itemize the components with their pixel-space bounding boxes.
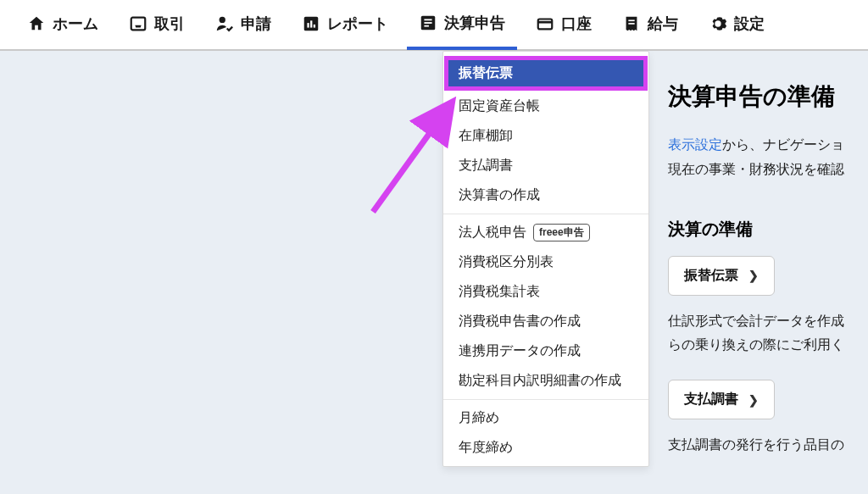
receipt-icon — [622, 14, 641, 33]
transfer-slip-button[interactable]: 振替伝票 ❯ — [668, 256, 775, 296]
dropdown-label: 勘定科目内訳明細書の作成 — [459, 372, 621, 390]
dropdown-label: 連携用データの作成 — [459, 342, 581, 360]
svg-rect-4 — [310, 20, 312, 27]
nav-label: 口座 — [561, 14, 592, 34]
button-desc: らの乗り換えの際にご利用く — [668, 333, 868, 358]
dropdown-label: 振替伝票 — [459, 64, 513, 82]
dropdown-item-closing-docs[interactable]: 決算書の作成 — [443, 180, 648, 210]
nav-label: ホーム — [53, 14, 98, 34]
dropdown-label: 在庫棚卸 — [459, 127, 513, 145]
button-label: 支払調書 — [684, 391, 738, 408]
nav-transactions[interactable]: 取引 — [117, 0, 197, 50]
dropdown-item-year-close[interactable]: 年度締め — [443, 433, 648, 463]
nav-label: 申請 — [241, 14, 271, 34]
dropdown-item-export-data[interactable]: 連携用データの作成 — [443, 336, 648, 366]
card-icon — [536, 14, 554, 33]
page-title: 決算申告の準備 — [668, 80, 868, 113]
dropdown-section: 振替伝票 固定資産台帳 在庫棚卸 支払調書 決算書の作成 — [443, 52, 648, 214]
nav-label: 決算申告 — [444, 13, 505, 33]
dropdown-item-tax-filing[interactable]: 消費税申告書の作成 — [443, 307, 648, 336]
dropdown-label: 月締め — [459, 409, 499, 427]
dropdown-item-payment-report[interactable]: 支払調書 — [443, 151, 648, 180]
dropdown-item-tax-class[interactable]: 消費税区分別表 — [443, 247, 648, 277]
intro-text-2: 現在の事業・財務状況を確認 — [668, 158, 868, 182]
dropdown-item-inventory[interactable]: 在庫棚卸 — [443, 121, 648, 151]
nav-label: 給与 — [648, 14, 678, 34]
dropdown-section: 月締め 年度締め — [443, 399, 648, 466]
button-label: 振替伝票 — [684, 267, 738, 285]
dropdown-item-transfer-slip[interactable]: 振替伝票 — [447, 58, 645, 88]
svg-rect-9 — [424, 25, 429, 27]
nav-label: 取引 — [154, 14, 185, 34]
button-desc: 支払調書の発行を行う品目の — [668, 433, 868, 458]
svg-rect-12 — [628, 23, 634, 25]
dropdown-label: 決算書の作成 — [459, 186, 540, 204]
svg-rect-8 — [424, 22, 431, 24]
dropdown-item-corporate-tax[interactable]: 法人税申告 freee申告 — [443, 218, 648, 247]
svg-rect-10 — [538, 19, 553, 29]
gear-icon — [709, 14, 727, 33]
payment-report-button[interactable]: 支払調書 ❯ — [668, 380, 775, 419]
freee-badge: freee申告 — [533, 224, 590, 241]
chevron-right-icon: ❯ — [748, 269, 759, 282]
intro-text: 表示設定から、ナビゲーショ — [668, 133, 868, 158]
nav-payroll[interactable]: 給与 — [610, 0, 690, 50]
dropdown-label: 支払調書 — [459, 157, 513, 175]
button-desc: 仕訳形式で会計データを作成 — [668, 309, 868, 334]
dropdown-item-account-detail[interactable]: 勘定科目内訳明細書の作成 — [443, 366, 648, 396]
svg-rect-11 — [628, 19, 634, 21]
dropdown-label: 法人税申告 — [459, 224, 526, 241]
nav-accounts[interactable]: 口座 — [524, 0, 604, 50]
dropdown-item-month-close[interactable]: 月締め — [443, 403, 648, 433]
main-nav: ホーム 取引 申請 レポート 決算申告 口座 給与 — [0, 0, 868, 51]
dropdown-label: 年度締め — [459, 439, 513, 457]
dropdown-item-tax-summary[interactable]: 消費税集計表 — [443, 277, 648, 307]
svg-rect-3 — [307, 23, 309, 28]
dropdown-label: 消費税申告書の作成 — [459, 313, 581, 330]
tray-icon — [129, 14, 147, 33]
section-heading: 決算の準備 — [668, 218, 868, 241]
dropdown-label: 消費税区分別表 — [459, 253, 554, 271]
display-settings-link[interactable]: 表示設定 — [668, 137, 722, 152]
nav-label: レポート — [327, 14, 388, 34]
dropdown-section: 法人税申告 freee申告 消費税区分別表 消費税集計表 消費税申告書の作成 連… — [443, 214, 648, 399]
home-icon — [27, 14, 46, 33]
svg-rect-0 — [131, 17, 146, 30]
approve-icon — [215, 14, 234, 33]
svg-line-15 — [373, 106, 449, 212]
nav-settings[interactable]: 設定 — [697, 0, 776, 50]
svg-point-13 — [715, 21, 721, 26]
svg-rect-5 — [314, 24, 315, 27]
doc-icon — [419, 14, 437, 32]
nav-reports[interactable]: レポート — [290, 0, 400, 50]
nav-home[interactable]: ホーム — [15, 0, 110, 50]
report-icon — [302, 14, 320, 33]
right-panel: 決算申告の準備 表示設定から、ナビゲーショ 現在の事業・財務状況を確認 決算の準… — [668, 80, 868, 458]
dropdown-label: 消費税集計表 — [459, 283, 540, 301]
dropdown-item-fixed-assets[interactable]: 固定資産台帳 — [443, 92, 648, 121]
chevron-right-icon: ❯ — [748, 393, 759, 407]
svg-point-1 — [220, 16, 225, 22]
svg-rect-7 — [424, 19, 431, 20]
closing-dropdown: 振替伝票 固定資産台帳 在庫棚卸 支払調書 決算書の作成 法人税申告 freee… — [442, 51, 649, 467]
nav-requests[interactable]: 申請 — [203, 0, 283, 50]
nav-label: 設定 — [734, 14, 765, 34]
nav-closing[interactable]: 決算申告 — [407, 0, 517, 50]
dropdown-label: 固定資産台帳 — [459, 97, 540, 115]
